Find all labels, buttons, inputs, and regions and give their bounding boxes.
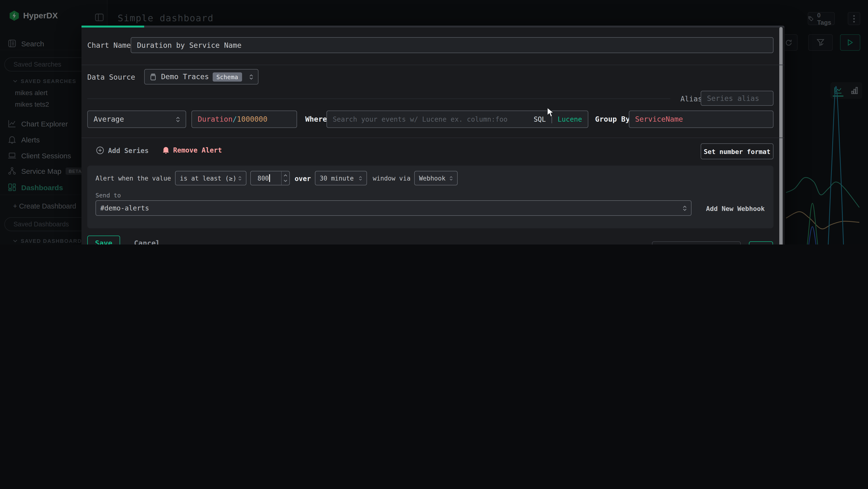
data-source-label: Data Source bbox=[87, 73, 135, 82]
select-updown-icon bbox=[450, 176, 453, 180]
modal-scrollbar[interactable] bbox=[779, 27, 783, 244]
chart-name-input[interactable] bbox=[137, 41, 767, 50]
bell-icon bbox=[162, 146, 169, 154]
alert-window-select[interactable]: 30 minute bbox=[315, 171, 367, 185]
sql-toggle[interactable]: SQL bbox=[534, 115, 546, 123]
group-by-label: Group By bbox=[595, 115, 630, 123]
alert-channel-select[interactable]: Webhook bbox=[414, 171, 458, 185]
chart-name-field[interactable] bbox=[131, 37, 774, 53]
alias-label: Alias bbox=[680, 95, 702, 103]
progress-bar bbox=[82, 26, 144, 28]
field-expression-input[interactable]: Duration/1000000 bbox=[191, 111, 297, 128]
alert-operator-select[interactable]: is at least (≥) bbox=[175, 171, 246, 185]
data-source-select[interactable]: Demo Traces Schema bbox=[144, 69, 258, 84]
select-updown-icon bbox=[359, 176, 362, 180]
data-source-value: Demo Traces bbox=[161, 73, 209, 81]
alias-field[interactable] bbox=[701, 91, 774, 106]
select-updown-icon bbox=[176, 117, 180, 122]
over-label: over bbox=[294, 175, 311, 182]
text-caret bbox=[269, 174, 270, 182]
app-root: HyperDX Search SAVED SEARCHES mikes aler… bbox=[0, 0, 868, 244]
alias-input[interactable] bbox=[707, 94, 767, 103]
granularity-select[interactable]: Auto Granularity bbox=[652, 241, 741, 244]
divider bbox=[87, 98, 670, 99]
remove-alert-button[interactable]: Remove Alert bbox=[162, 146, 222, 154]
database-icon bbox=[150, 73, 157, 80]
where-label: Where bbox=[305, 115, 327, 123]
lucene-toggle[interactable]: Lucene bbox=[558, 115, 582, 123]
plus-circle-icon bbox=[96, 146, 104, 154]
chart-name-label: Chart Name bbox=[87, 41, 131, 50]
select-updown-icon bbox=[683, 205, 687, 211]
run-chart-button[interactable] bbox=[749, 241, 773, 244]
select-updown-icon bbox=[249, 74, 253, 79]
window-via-label: window via bbox=[373, 175, 411, 182]
aggregation-select[interactable]: Average bbox=[87, 111, 186, 128]
alert-config-panel: Alert when the value is at least (≥) 800… bbox=[87, 166, 774, 228]
save-button[interactable]: Save bbox=[87, 236, 120, 244]
progress-track bbox=[82, 26, 784, 28]
divider bbox=[82, 65, 784, 65]
set-number-format-button[interactable]: Set number format bbox=[701, 143, 774, 159]
add-new-webhook-button[interactable]: Add New Webhook bbox=[706, 205, 765, 212]
send-to-label: Send to bbox=[95, 192, 121, 199]
add-series-button[interactable]: Add Series bbox=[96, 146, 149, 154]
select-updown-icon bbox=[238, 176, 242, 180]
webhook-select[interactable]: #demo-alerts bbox=[95, 200, 691, 216]
number-spinner[interactable] bbox=[281, 171, 289, 185]
divider bbox=[82, 138, 784, 138]
where-search-input[interactable] bbox=[333, 115, 534, 123]
alert-threshold-field[interactable]: 800 bbox=[250, 171, 290, 185]
edit-chart-modal: Chart Name Data Source Demo Traces Schem… bbox=[82, 26, 784, 244]
group-by-field[interactable]: ServiceName bbox=[629, 111, 774, 128]
cancel-button[interactable]: Cancel bbox=[133, 236, 161, 244]
mouse-cursor bbox=[547, 107, 555, 118]
alert-prefix-label: Alert when the value bbox=[95, 175, 171, 182]
schema-badge: Schema bbox=[212, 72, 242, 81]
